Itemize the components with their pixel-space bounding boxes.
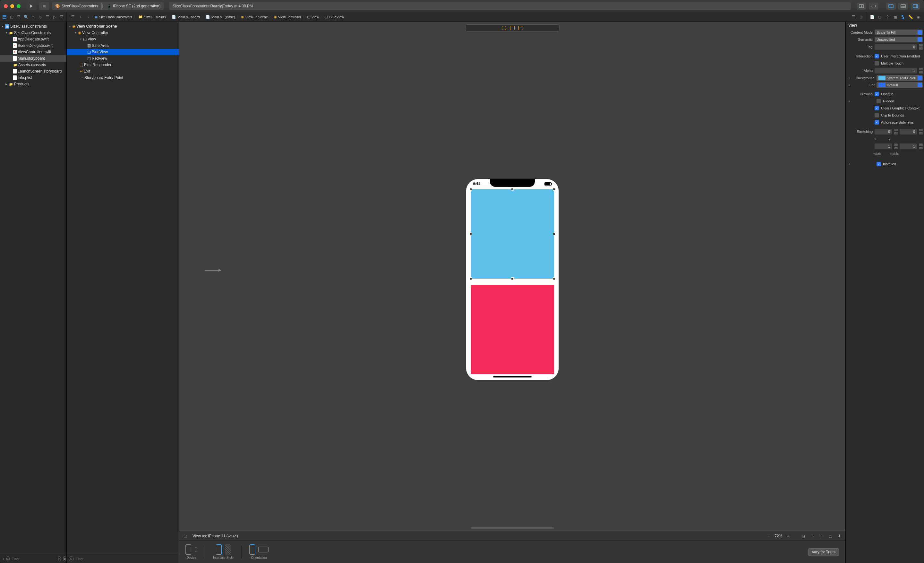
scm-filter-button[interactable]: ▣ xyxy=(63,556,66,561)
jumpbar-item[interactable]: ▢BlueView xyxy=(323,15,345,19)
fullscreen-window-button[interactable] xyxy=(16,4,21,8)
multitouch-checkbox[interactable] xyxy=(874,61,879,66)
related-items-button[interactable]: ☰ xyxy=(70,14,76,20)
run-button[interactable] xyxy=(26,2,37,10)
add-trait-button[interactable]: + xyxy=(847,76,852,80)
stretch-h-stepper[interactable]: ▴▾ xyxy=(919,143,923,150)
stop-button[interactable] xyxy=(39,2,50,10)
portrait-button[interactable] xyxy=(249,544,255,555)
blue-view[interactable] xyxy=(471,189,554,279)
jumpbar-item[interactable]: ◉View...ontroller xyxy=(272,15,303,19)
outline-blueview-selected[interactable]: ▢BlueView xyxy=(67,49,179,55)
opaque-checkbox[interactable]: ✓ xyxy=(874,92,879,96)
scheme-target[interactable]: 🎨 SizeClassConstraints xyxy=(52,2,101,10)
autoresize-checkbox[interactable]: ✓ xyxy=(874,120,879,125)
tree-row-file[interactable]: sAppDelegate.swift xyxy=(0,36,66,42)
jumpbar-item[interactable]: 📄Main.s...board xyxy=(170,15,201,19)
close-window-button[interactable] xyxy=(4,4,8,8)
horizontal-scrollbar[interactable] xyxy=(471,527,554,529)
issue-navigator-tab[interactable]: ⚠ xyxy=(30,14,36,20)
outline-exit[interactable]: ↩Exit xyxy=(67,68,179,75)
outline-entry[interactable]: →Storyboard Entry Point xyxy=(67,75,179,81)
report-navigator-tab[interactable]: ☰ xyxy=(59,14,64,20)
landscape-button[interactable] xyxy=(258,546,268,552)
vary-for-traits-button[interactable]: Vary for Traits xyxy=(808,548,839,556)
device-stepper[interactable]: ⌃⌄ xyxy=(194,547,197,552)
jumpbar-item[interactable]: 📄Main.s...(Base) xyxy=(204,15,237,19)
dark-style-button[interactable] xyxy=(225,544,231,555)
stretch-x-input[interactable]: 0 xyxy=(874,129,892,135)
tag-stepper[interactable]: ▴▾ xyxy=(919,44,923,50)
toggle-outline-button[interactable]: ▢ xyxy=(182,533,188,539)
filter-icon[interactable]: ⊙ xyxy=(6,556,10,561)
jumpbar-item[interactable]: ▣SizeClassConstraints xyxy=(93,15,134,19)
device-option[interactable] xyxy=(186,544,191,555)
tree-row-products[interactable]: ▶📁Products xyxy=(0,81,66,87)
alpha-stepper[interactable]: ▴▾ xyxy=(919,68,923,74)
filter-icon[interactable]: ⊙ xyxy=(69,556,74,561)
tree-row-group[interactable]: ▼📁SizeClassConstraints xyxy=(0,30,66,36)
project-navigator-tab[interactable] xyxy=(2,14,7,20)
add-button[interactable]: + xyxy=(2,556,4,561)
size-inspector-tab[interactable]: 📏 xyxy=(907,13,914,21)
embed-in-button[interactable]: ⬇ xyxy=(836,533,842,539)
tint-select[interactable]: Default xyxy=(876,82,923,88)
outline-first[interactable]: ⬚First Responder xyxy=(67,62,179,68)
scheme-destination[interactable]: 📱 iPhone SE (2nd generation) xyxy=(103,2,164,10)
background-select[interactable]: System Teal Color xyxy=(876,75,923,81)
back-button[interactable]: ‹ xyxy=(78,14,83,20)
find-navigator-tab[interactable]: 🔍 xyxy=(23,14,28,20)
tree-row-file[interactable]: Info.plist xyxy=(0,75,66,81)
outline-filter-input[interactable] xyxy=(76,557,177,561)
light-style-button[interactable] xyxy=(216,544,222,555)
add-trait-button[interactable]: + xyxy=(847,99,852,103)
breakpoint-navigator-tab[interactable]: ▷ xyxy=(52,14,57,20)
jumpbar-item[interactable]: ▢View xyxy=(306,15,321,19)
jumpbar-item[interactable]: ◉View...r Scene xyxy=(240,15,269,19)
test-navigator-tab[interactable]: ◇ xyxy=(38,14,43,20)
clears-checkbox[interactable]: ✓ xyxy=(874,106,879,110)
connections-inspector-tab[interactable]: ◉ xyxy=(914,13,922,21)
hidden-checkbox[interactable] xyxy=(876,99,881,104)
uie-checkbox[interactable]: ✓ xyxy=(874,54,879,59)
outline-view[interactable]: ▼▢View xyxy=(67,36,179,42)
view-as-label[interactable]: View as: iPhone 11 (wC hR) xyxy=(192,534,238,538)
debug-navigator-tab[interactable]: ☰ xyxy=(45,14,50,20)
help-inspector-tab[interactable]: ? xyxy=(884,13,891,21)
tree-row-file-selected[interactable]: Main.storyboard xyxy=(0,55,66,62)
zoom-level[interactable]: 72% xyxy=(774,534,782,538)
identity-inspector-tab[interactable]: ▦ xyxy=(891,13,899,21)
zoom-out-button[interactable]: − xyxy=(767,533,770,539)
adjust-editor-button[interactable]: ☰ xyxy=(850,14,856,20)
outline-redview[interactable]: ▢RedView xyxy=(67,55,179,62)
stretch-x-stepper[interactable]: ▴▾ xyxy=(894,128,898,135)
stretch-w-stepper[interactable]: ▴▾ xyxy=(894,143,898,150)
file-inspector-tab[interactable]: 📄 xyxy=(868,13,876,21)
add-trait-button[interactable]: + xyxy=(847,83,852,87)
scheme-selector[interactable]: 🎨 SizeClassConstraints 📱 iPhone SE (2nd … xyxy=(52,2,164,10)
jumpbar-item[interactable]: 📁SizeC...traints xyxy=(137,15,167,19)
navigator-filter-input[interactable] xyxy=(12,557,56,561)
tree-row-file[interactable]: LaunchScreen.storyboard xyxy=(0,68,66,75)
symbol-navigator-tab[interactable]: ☲ xyxy=(16,14,21,20)
stretch-w-input[interactable]: 1 xyxy=(874,144,892,149)
pin-button[interactable]: ⊢ xyxy=(819,533,824,539)
add-trait-button[interactable]: + xyxy=(847,162,852,166)
embed-button[interactable]: ⊡ xyxy=(801,533,806,539)
tag-input[interactable]: 0 xyxy=(874,44,917,50)
semantic-select[interactable]: Unspecified xyxy=(874,37,923,42)
zoom-in-button[interactable]: + xyxy=(787,533,790,539)
minimize-window-button[interactable] xyxy=(10,4,14,8)
toggle-debug-button[interactable] xyxy=(898,3,908,10)
stretch-h-input[interactable]: 1 xyxy=(900,144,917,149)
alpha-input[interactable]: 1 xyxy=(874,68,917,74)
red-view[interactable] xyxy=(471,285,554,374)
device-frame[interactable]: 9:41 xyxy=(466,179,559,380)
tree-row-project[interactable]: ▼▣SizeClassConstraints xyxy=(0,23,66,30)
stretch-y-input[interactable]: 0 xyxy=(900,129,917,135)
library-button[interactable] xyxy=(856,3,866,10)
installed-checkbox[interactable]: ✓ xyxy=(876,162,881,166)
toggle-inspector-button[interactable] xyxy=(910,3,920,10)
tree-row-file[interactable]: sSceneDelegate.swift xyxy=(0,42,66,49)
outline-scene[interactable]: ▼◉View Controller Scene xyxy=(67,23,179,30)
